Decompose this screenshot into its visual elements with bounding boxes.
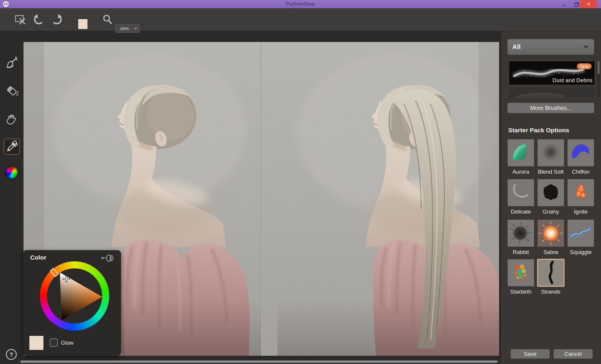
eraser-icon [5, 84, 18, 98]
brush-library-panel: All New Dust and Debris [501, 31, 601, 364]
help-icon: ? [9, 351, 13, 358]
color-wheel-icon [5, 166, 18, 179]
brush-label: Strands [538, 289, 564, 295]
brush-tile-starbirth[interactable]: Starbirth [508, 259, 534, 295]
glow-checkbox[interactable] [50, 338, 58, 347]
minimize-icon [562, 5, 566, 6]
sidebar-tool-color-wheel[interactable] [4, 164, 20, 181]
starter-pack-heading: Starter Pack Options [508, 127, 569, 134]
current-color-swatch[interactable] [78, 19, 88, 29]
featured-brush-dust-and-debris[interactable]: New Dust and Debris [509, 61, 595, 85]
close-icon: ✕ [587, 1, 591, 7]
minimize-button[interactable] [558, 0, 570, 8]
toolbar-separator [91, 13, 92, 26]
brush-tile-sabre[interactable]: Sabre [538, 220, 564, 255]
new-badge: New [577, 63, 592, 69]
more-brushes-button[interactable]: More Brushes... [507, 103, 594, 113]
hand-icon [5, 113, 19, 127]
color-panel-swatch[interactable] [29, 336, 44, 350]
toolbar: 49% [0, 8, 601, 31]
brush-label: Aurora [508, 169, 534, 175]
restore-icon [574, 3, 578, 6]
brush-label: Squiggle [568, 249, 594, 255]
close-button[interactable]: ✕ [580, 0, 597, 8]
window-title: ParticleShop [0, 1, 601, 7]
brush-label: Sabre [538, 249, 564, 255]
color-panel-title: Color [30, 254, 46, 261]
brush-filter-dropdown[interactable]: All [507, 39, 594, 55]
sidebar-tool-smudge[interactable] [4, 111, 20, 128]
hue-ring[interactable] [40, 261, 109, 331]
eyedropper-icon [5, 140, 18, 153]
brush-tile-squiggle[interactable]: Squiggle [568, 220, 594, 255]
magnifier-icon [102, 14, 113, 25]
save-button[interactable]: Save [511, 349, 550, 359]
undo-icon [33, 13, 45, 26]
brush-label: Grainy [538, 209, 564, 215]
help-button[interactable]: ? [6, 349, 17, 360]
sidebar-tool-brush[interactable] [4, 54, 20, 71]
undo-button[interactable] [32, 8, 45, 31]
redo-icon [51, 13, 63, 26]
brush-label: Starbirth [508, 289, 534, 295]
hue-marker[interactable] [50, 268, 58, 277]
brush-tile-ignite[interactable]: Ignite [568, 179, 594, 215]
brush-label: Delicate [508, 209, 534, 215]
panel-separator [501, 120, 601, 120]
brush-tile-chiffon[interactable]: Chiffon [568, 139, 594, 175]
clear-transform-button[interactable] [14, 8, 26, 31]
brush-tile-strands[interactable]: Strands [538, 259, 564, 295]
zoom-level-value: 49% [120, 26, 129, 31]
brush-filter-value: All [512, 43, 521, 51]
color-panel: Color [23, 250, 121, 355]
featured-brush-name: Dust and Debris [553, 77, 592, 84]
brush-tile-aurora[interactable]: Aurora [508, 139, 534, 175]
brush-label: Ignite [568, 209, 594, 215]
horizontal-scrollbar[interactable] [18, 360, 500, 363]
partial-brush-tile[interactable] [509, 88, 595, 97]
glow-label[interactable]: Glow [61, 340, 73, 346]
brush-label: Chiffon [568, 169, 594, 175]
brush-list-scrollbar[interactable] [598, 61, 600, 97]
brush-tile-rabbit[interactable]: Rabbit [508, 220, 534, 255]
zoom-tool-button[interactable] [102, 8, 113, 31]
toolbar-separator [70, 13, 70, 26]
sidebar-tool-eraser[interactable] [4, 83, 20, 99]
sidebar-tool-eyedropper[interactable] [4, 138, 20, 155]
brush-icon [5, 56, 18, 69]
brush-tile-delicate[interactable]: Delicate [508, 179, 534, 215]
titlebar[interactable]: PS ParticleShop ✕ [0, 0, 601, 8]
brush-list-scrollbar-thumb[interactable] [598, 61, 600, 74]
brush-label: Blend Soft [538, 169, 564, 175]
brush-tile-blend-soft[interactable]: Blend Soft [538, 139, 564, 175]
zoom-level-dropdown[interactable]: 49% [115, 24, 140, 33]
redo-button[interactable] [50, 8, 63, 31]
cancel-button[interactable]: Cancel [553, 349, 593, 359]
horizontal-scrollbar-thumb[interactable] [21, 360, 497, 363]
brush-tile-grainy[interactable]: Grainy [538, 179, 564, 215]
clear-transform-icon [14, 14, 26, 25]
chevron-down-icon [583, 46, 589, 49]
particleshop-window: PS ParticleShop ✕ [0, 0, 601, 364]
chevron-down-icon [134, 28, 137, 30]
brush-label: Rabbit [508, 249, 534, 255]
